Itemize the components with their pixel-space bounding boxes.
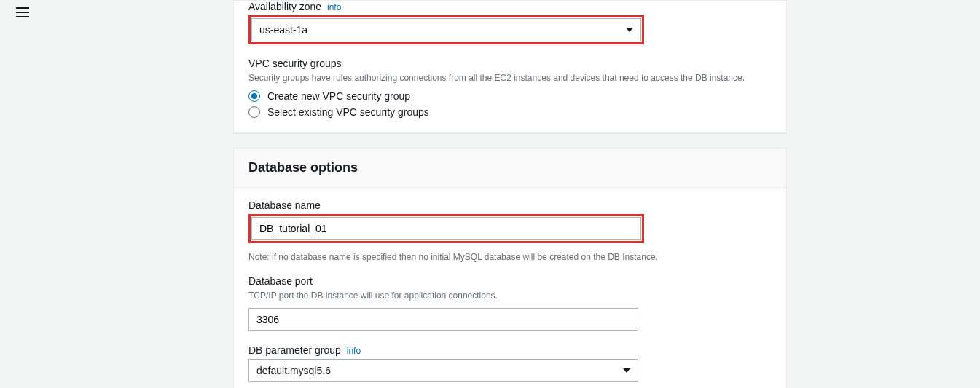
vpc-sg-radio-existing[interactable]: Select existing VPC security groups xyxy=(248,106,772,118)
database-port-input[interactable] xyxy=(248,308,638,331)
availability-zone-select[interactable]: us-east-1a xyxy=(251,18,641,41)
database-name-highlight xyxy=(248,214,644,243)
radio-unselected-icon xyxy=(248,106,260,118)
database-options-header: Database options xyxy=(234,149,786,188)
chevron-down-icon xyxy=(623,368,630,373)
availability-zone-label: Availability zone info xyxy=(248,1,772,12)
database-options-title: Database options xyxy=(248,160,772,175)
radio-selected-icon xyxy=(248,90,260,102)
db-parameter-group-select[interactable]: default.mysql5.6 xyxy=(248,359,638,382)
database-port-label: Database port xyxy=(248,275,772,287)
vpc-security-groups-description: Security groups have rules authorizing c… xyxy=(248,72,772,84)
vpc-sg-radio-create[interactable]: Create new VPC security group xyxy=(248,90,772,102)
vpc-sg-radio-existing-label: Select existing VPC security groups xyxy=(267,106,429,118)
availability-zone-info-link[interactable]: info xyxy=(327,2,341,12)
database-port-description: TCP/IP port the DB instance will use for… xyxy=(248,290,772,302)
availability-zone-highlight: us-east-1a xyxy=(248,15,644,44)
db-parameter-group-value: default.mysql5.6 xyxy=(256,365,331,376)
hamburger-menu-icon[interactable] xyxy=(16,7,29,17)
chevron-down-icon xyxy=(626,28,633,32)
availability-zone-value: us-east-1a xyxy=(259,24,307,36)
database-name-note: Note: if no database name is specified t… xyxy=(248,252,772,262)
db-parameter-group-info-link[interactable]: info xyxy=(347,346,361,356)
vpc-sg-radio-create-label: Create new VPC security group xyxy=(267,90,410,102)
database-name-label: Database name xyxy=(248,199,772,211)
vpc-security-groups-label: VPC security groups xyxy=(248,58,772,69)
database-name-input[interactable] xyxy=(251,217,641,240)
db-parameter-group-label: DB parameter group info xyxy=(248,344,772,356)
